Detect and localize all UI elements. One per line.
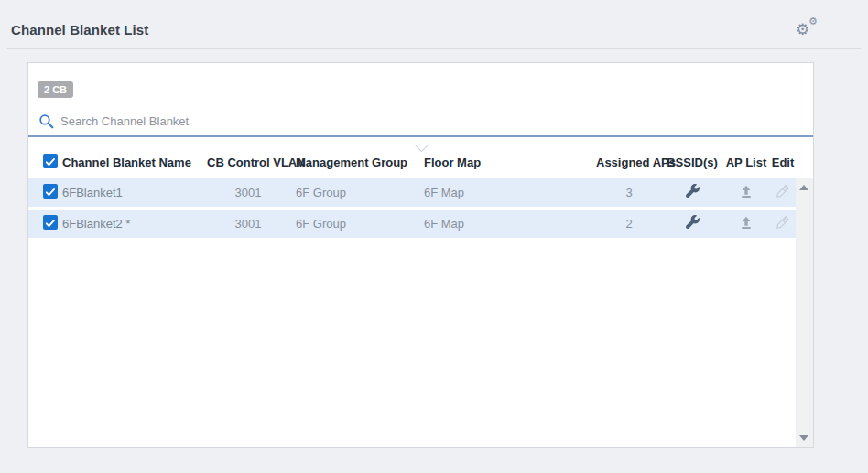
cell-management-group: 6F Group (289, 186, 424, 199)
panel-top-border (28, 145, 813, 145)
cell-management-group: 6F Group (289, 217, 424, 231)
cell-assigned-aps: 2 (596, 217, 662, 231)
search-icon (38, 113, 54, 129)
scroll-up-arrow-icon[interactable] (799, 185, 808, 190)
check-icon (44, 217, 57, 230)
select-all-checkbox[interactable] (43, 154, 58, 168)
ap-list-upload-icon[interactable] (739, 184, 754, 199)
scroll-down-arrow-icon[interactable] (799, 435, 808, 441)
check-icon (44, 186, 57, 199)
bssid-wrench-icon[interactable] (686, 184, 700, 198)
edit-pencil-icon[interactable] (776, 214, 791, 230)
cell-assigned-aps: 3 (596, 186, 662, 199)
cell-channel-blanket-name: 6FBlanket1 (62, 186, 207, 199)
check-icon (44, 156, 57, 168)
column-header-cb-control-vlan[interactable]: CB Control VLAN (207, 156, 289, 169)
column-header-edit[interactable]: Edit (770, 156, 796, 169)
search-underline (28, 135, 813, 137)
edit-pencil-icon[interactable] (776, 183, 791, 199)
table-row[interactable]: 6FBlanket1 3001 6F Group 6F Map 3 (28, 178, 796, 207)
cell-cb-control-vlan: 3001 (207, 186, 289, 199)
channel-blanket-list-panel: 2 CB Channel Blanket Name CB Control VLA… (27, 62, 814, 448)
page-title: Channel Blanket List (11, 22, 148, 38)
bssid-wrench-icon[interactable] (686, 215, 700, 229)
column-header-channel-blanket-name[interactable]: Channel Blanket Name (62, 156, 207, 169)
row-checkbox[interactable] (43, 215, 58, 230)
settings-gears-button[interactable]: ⚙ ⚙ (796, 17, 823, 42)
search-input[interactable] (60, 114, 445, 128)
ap-list-upload-icon[interactable] (739, 215, 754, 230)
cell-floor-map: 6F Map (424, 186, 596, 199)
cell-cb-control-vlan: 3001 (207, 217, 289, 231)
table-body: 6FBlanket1 3001 6F Group 6F Map 3 (28, 178, 796, 241)
cell-channel-blanket-name: 6FBlanket2 * (62, 217, 207, 231)
column-header-management-group[interactable]: Management Group (289, 156, 424, 169)
column-header-floor-map[interactable]: Floor Map (424, 156, 596, 169)
gear-small-icon: ⚙ (808, 16, 818, 27)
column-header-ap-list[interactable]: AP List (722, 156, 770, 169)
column-header-assigned-aps[interactable]: Assigned APs (596, 156, 662, 169)
cb-count-badge: 2 CB (38, 81, 73, 98)
table-header: Channel Blanket Name CB Control VLAN Man… (28, 146, 796, 178)
column-header-bssids[interactable]: BSSID(s) (662, 156, 722, 169)
cell-floor-map: 6F Map (424, 217, 596, 231)
gear-icon: ⚙ (796, 22, 809, 38)
row-checkbox[interactable] (43, 184, 58, 199)
table-row[interactable]: 6FBlanket2 * 3001 6F Group 6F Map 2 (28, 210, 796, 238)
search-bar (38, 111, 496, 131)
title-divider (7, 48, 861, 49)
vertical-scrollbar[interactable] (796, 178, 813, 447)
